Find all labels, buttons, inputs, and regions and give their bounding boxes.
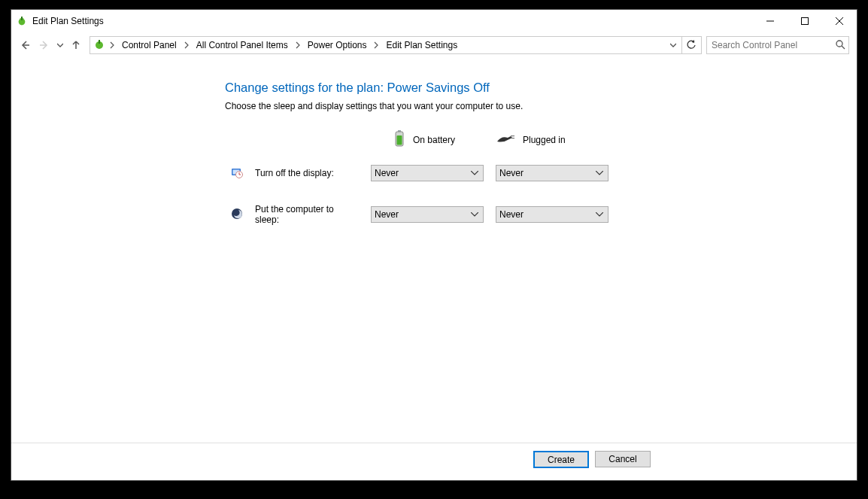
svg-rect-3 — [802, 18, 809, 25]
search-box[interactable] — [706, 36, 849, 54]
table-row: Turn off the display: Never Never — [225, 160, 615, 186]
search-input[interactable] — [710, 39, 835, 51]
create-button[interactable]: Create — [533, 451, 589, 468]
svg-rect-1 — [21, 17, 23, 20]
table-row: Put the computer to sleep: Never Never — [225, 199, 615, 230]
breadcrumb-item[interactable]: Power Options — [305, 37, 370, 53]
navbar: Control Panel All Control Panel Items Po… — [11, 32, 857, 58]
battery-column-label: On battery — [413, 135, 455, 145]
breadcrumb-item[interactable]: Edit Plan Settings — [383, 37, 460, 53]
breadcrumb-item[interactable]: Control Panel — [119, 37, 180, 53]
sleep-plugged-select[interactable]: Never — [496, 206, 609, 223]
battery-icon — [393, 129, 405, 150]
sleep-moon-icon — [231, 211, 243, 222]
control-panel-icon — [93, 38, 105, 53]
search-icon[interactable] — [835, 39, 845, 52]
row-label: Put the computer to sleep: — [249, 199, 365, 230]
up-button[interactable] — [67, 36, 85, 54]
window-title: Edit Plan Settings — [32, 16, 104, 26]
content-area: Change settings for the plan: Power Savi… — [11, 58, 857, 443]
display-battery-select[interactable]: Never — [371, 165, 484, 181]
close-button[interactable] — [822, 10, 857, 32]
svg-rect-9 — [99, 40, 100, 44]
svg-point-10 — [836, 41, 842, 47]
settings-table: On battery Plugge — [225, 125, 615, 230]
svg-line-11 — [842, 46, 845, 49]
chevron-right-icon[interactable] — [181, 37, 192, 53]
bottom-bar: Create Cancel — [11, 443, 857, 480]
power-plan-icon — [16, 15, 28, 27]
recent-locations-button[interactable] — [55, 36, 65, 54]
plug-icon — [496, 132, 515, 147]
minimize-button[interactable] — [753, 10, 788, 32]
page-subheading: Choose the sleep and display settings th… — [225, 101, 857, 111]
sleep-battery-select[interactable]: Never — [371, 206, 484, 223]
plugged-column-label: Plugged in — [523, 135, 566, 145]
titlebar: Edit Plan Settings — [11, 10, 857, 32]
svg-rect-16 — [511, 138, 514, 138]
display-plugged-select[interactable]: Never — [496, 165, 609, 181]
svg-rect-14 — [397, 135, 402, 145]
row-label: Turn off the display: — [249, 160, 365, 186]
back-button[interactable] — [16, 36, 34, 54]
forward-button[interactable] — [35, 36, 53, 54]
chevron-right-icon[interactable] — [293, 37, 303, 53]
refresh-button[interactable] — [681, 36, 700, 54]
address-bar[interactable]: Control Panel All Control Panel Items Po… — [90, 36, 702, 54]
display-timer-icon — [231, 170, 243, 181]
chevron-right-icon[interactable] — [107, 37, 117, 53]
chevron-right-icon[interactable] — [371, 37, 381, 53]
maximize-button[interactable] — [788, 10, 822, 32]
breadcrumb-item[interactable]: All Control Panel Items — [193, 37, 291, 53]
window: Edit Plan Settings — [11, 9, 857, 481]
page-heading: Change settings for the plan: Power Savi… — [225, 81, 857, 95]
cancel-button[interactable]: Cancel — [595, 451, 651, 467]
svg-rect-15 — [511, 135, 514, 136]
address-dropdown-button[interactable] — [666, 37, 680, 53]
